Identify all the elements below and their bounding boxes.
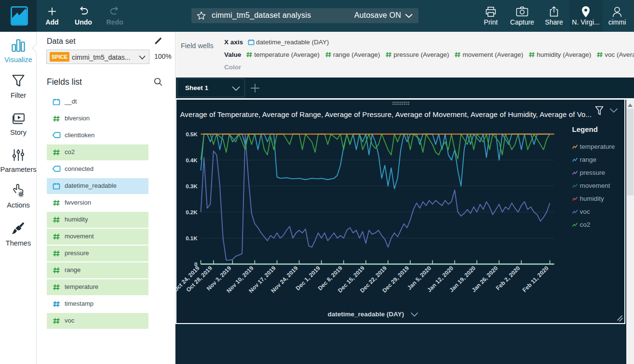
svg-text:humidity: humidity xyxy=(580,195,605,202)
svg-text:pressure: pressure xyxy=(580,169,606,176)
svg-text:Average of Temperature, Averag: Average of Temperature, Average of Range… xyxy=(180,110,592,118)
svg-text:0.2K: 0.2K xyxy=(186,209,198,215)
svg-text:Feb 11, 2020: Feb 11, 2020 xyxy=(521,264,550,293)
svg-text:range: range xyxy=(580,156,597,163)
svg-text:0.1K: 0.1K xyxy=(186,235,198,241)
svg-text:0.4K: 0.4K xyxy=(186,157,198,163)
svg-text:voc: voc xyxy=(580,208,590,215)
svg-text:0.3K: 0.3K xyxy=(186,183,198,189)
svg-text:temperature: temperature xyxy=(580,143,615,150)
svg-text:datetime_readable (DAY): datetime_readable (DAY) xyxy=(328,311,405,318)
svg-text:0.5K: 0.5K xyxy=(186,131,198,137)
svg-text:Feb 2, 2020: Feb 2, 2020 xyxy=(495,265,522,292)
svg-text:movement: movement xyxy=(580,182,610,189)
svg-text:co2: co2 xyxy=(580,221,591,228)
svg-text:Legend: Legend xyxy=(572,125,598,133)
